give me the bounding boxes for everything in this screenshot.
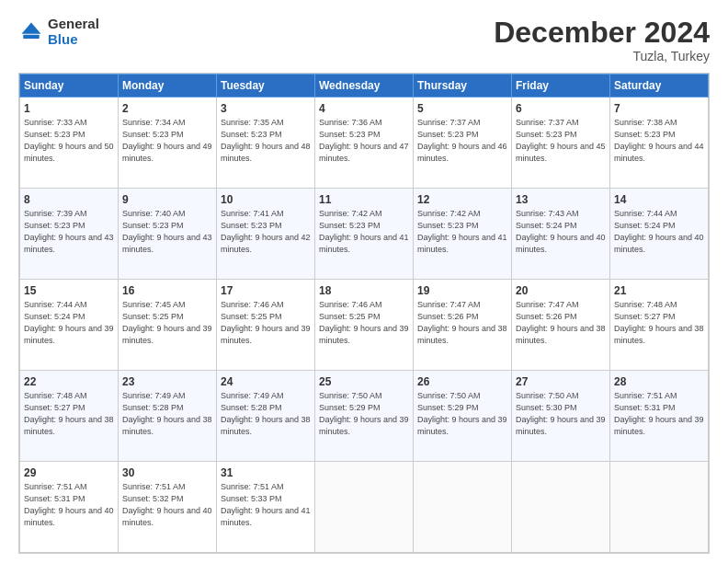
weekday-header-friday: Friday [512, 75, 610, 98]
day-number: 27 [516, 374, 606, 389]
calendar-cell: 6Sunrise: 7:37 AMSunset: 5:23 PMDaylight… [512, 98, 610, 189]
day-number: 26 [417, 374, 507, 389]
day-number: 23 [122, 374, 212, 389]
calendar-cell: 15Sunrise: 7:44 AMSunset: 5:24 PMDayligh… [20, 280, 119, 371]
day-number: 6 [516, 101, 606, 116]
calendar-cell: 7Sunrise: 7:38 AMSunset: 5:23 PMDaylight… [610, 98, 709, 189]
day-number: 1 [24, 101, 114, 116]
cell-info: Sunrise: 7:50 AMSunset: 5:29 PMDaylight:… [417, 391, 507, 435]
calendar-cell: 1Sunrise: 7:33 AMSunset: 5:23 PMDaylight… [20, 98, 119, 189]
calendar-cell: 8Sunrise: 7:39 AMSunset: 5:23 PMDaylight… [20, 189, 119, 280]
location-subtitle: Tuzla, Turkey [494, 49, 710, 63]
week-row-3: 15Sunrise: 7:44 AMSunset: 5:24 PMDayligh… [20, 280, 709, 371]
cell-info: Sunrise: 7:42 AMSunset: 5:23 PMDaylight:… [319, 209, 409, 253]
calendar-cell: 13Sunrise: 7:43 AMSunset: 5:24 PMDayligh… [512, 189, 610, 280]
day-number: 9 [122, 192, 212, 207]
svg-rect-1 [23, 34, 40, 38]
calendar-cell: 23Sunrise: 7:49 AMSunset: 5:28 PMDayligh… [119, 371, 217, 462]
calendar-cell: 4Sunrise: 7:36 AMSunset: 5:23 PMDaylight… [315, 98, 414, 189]
calendar-cell [512, 462, 610, 553]
cell-info: Sunrise: 7:37 AMSunset: 5:23 PMDaylight:… [417, 118, 507, 162]
day-number: 22 [24, 374, 114, 389]
cell-info: Sunrise: 7:42 AMSunset: 5:23 PMDaylight:… [417, 209, 507, 253]
cell-info: Sunrise: 7:51 AMSunset: 5:31 PMDaylight:… [614, 391, 704, 435]
calendar-cell: 25Sunrise: 7:50 AMSunset: 5:29 PMDayligh… [315, 371, 414, 462]
logo-text-blue: Blue [48, 32, 99, 48]
weekday-header-monday: Monday [119, 75, 217, 98]
cell-info: Sunrise: 7:45 AMSunset: 5:25 PMDaylight:… [122, 300, 212, 344]
cell-info: Sunrise: 7:51 AMSunset: 5:31 PMDaylight:… [24, 482, 114, 526]
calendar-cell: 17Sunrise: 7:46 AMSunset: 5:25 PMDayligh… [217, 280, 315, 371]
calendar-cell [315, 462, 414, 553]
weekday-header-thursday: Thursday [414, 75, 512, 98]
week-row-4: 22Sunrise: 7:48 AMSunset: 5:27 PMDayligh… [20, 371, 709, 462]
calendar-cell: 31Sunrise: 7:51 AMSunset: 5:33 PMDayligh… [217, 462, 315, 553]
calendar-cell: 2Sunrise: 7:34 AMSunset: 5:23 PMDaylight… [119, 98, 217, 189]
calendar-cell: 20Sunrise: 7:47 AMSunset: 5:26 PMDayligh… [512, 280, 610, 371]
cell-info: Sunrise: 7:49 AMSunset: 5:28 PMDaylight:… [221, 391, 311, 435]
cell-info: Sunrise: 7:47 AMSunset: 5:26 PMDaylight:… [417, 300, 507, 344]
day-number: 12 [417, 192, 507, 207]
day-number: 15 [24, 283, 114, 298]
calendar-cell: 16Sunrise: 7:45 AMSunset: 5:25 PMDayligh… [119, 280, 217, 371]
calendar-cell: 30Sunrise: 7:51 AMSunset: 5:32 PMDayligh… [119, 462, 217, 553]
calendar-cell: 21Sunrise: 7:48 AMSunset: 5:27 PMDayligh… [610, 280, 709, 371]
day-number: 13 [516, 192, 606, 207]
calendar-cell: 3Sunrise: 7:35 AMSunset: 5:23 PMDaylight… [217, 98, 315, 189]
weekday-header-sunday: Sunday [20, 75, 119, 98]
week-row-2: 8Sunrise: 7:39 AMSunset: 5:23 PMDaylight… [20, 189, 709, 280]
cell-info: Sunrise: 7:40 AMSunset: 5:23 PMDaylight:… [122, 209, 212, 253]
day-number: 7 [614, 101, 704, 116]
calendar-cell: 28Sunrise: 7:51 AMSunset: 5:31 PMDayligh… [610, 371, 709, 462]
calendar-cell [610, 462, 709, 553]
cell-info: Sunrise: 7:48 AMSunset: 5:27 PMDaylight:… [24, 391, 114, 435]
cell-info: Sunrise: 7:43 AMSunset: 5:24 PMDaylight:… [516, 209, 606, 253]
cell-info: Sunrise: 7:46 AMSunset: 5:25 PMDaylight:… [221, 300, 311, 344]
title-block: December 2024 Tuzla, Turkey [494, 17, 710, 63]
cell-info: Sunrise: 7:44 AMSunset: 5:24 PMDaylight:… [24, 300, 114, 344]
cell-info: Sunrise: 7:46 AMSunset: 5:25 PMDaylight:… [319, 300, 409, 344]
cell-info: Sunrise: 7:49 AMSunset: 5:28 PMDaylight:… [122, 391, 212, 435]
calendar-cell: 9Sunrise: 7:40 AMSunset: 5:23 PMDaylight… [119, 189, 217, 280]
logo: General Blue [18, 17, 99, 47]
cell-info: Sunrise: 7:51 AMSunset: 5:33 PMDaylight:… [221, 482, 311, 526]
calendar-cell: 12Sunrise: 7:42 AMSunset: 5:23 PMDayligh… [414, 189, 512, 280]
calendar-cell: 14Sunrise: 7:44 AMSunset: 5:24 PMDayligh… [610, 189, 709, 280]
calendar-cell: 29Sunrise: 7:51 AMSunset: 5:31 PMDayligh… [20, 462, 119, 553]
calendar-cell: 24Sunrise: 7:49 AMSunset: 5:28 PMDayligh… [217, 371, 315, 462]
day-number: 25 [319, 374, 409, 389]
calendar-cell: 18Sunrise: 7:46 AMSunset: 5:25 PMDayligh… [315, 280, 414, 371]
day-number: 28 [614, 374, 704, 389]
calendar: SundayMondayTuesdayWednesdayThursdayFrid… [18, 73, 710, 554]
day-number: 8 [24, 192, 114, 207]
week-row-1: 1Sunrise: 7:33 AMSunset: 5:23 PMDaylight… [20, 98, 709, 189]
page: General Blue December 2024 Tuzla, Turkey… [0, 0, 728, 563]
day-number: 24 [221, 374, 311, 389]
day-number: 30 [122, 465, 212, 480]
weekday-header-saturday: Saturday [610, 75, 709, 98]
day-number: 31 [221, 465, 311, 480]
calendar-cell: 10Sunrise: 7:41 AMSunset: 5:23 PMDayligh… [217, 189, 315, 280]
header: General Blue December 2024 Tuzla, Turkey [18, 17, 710, 63]
calendar-cell: 19Sunrise: 7:47 AMSunset: 5:26 PMDayligh… [414, 280, 512, 371]
day-number: 5 [417, 101, 507, 116]
day-number: 20 [516, 283, 606, 298]
cell-info: Sunrise: 7:41 AMSunset: 5:23 PMDaylight:… [221, 209, 311, 253]
cell-info: Sunrise: 7:47 AMSunset: 5:26 PMDaylight:… [516, 300, 606, 344]
day-number: 10 [221, 192, 311, 207]
calendar-cell: 26Sunrise: 7:50 AMSunset: 5:29 PMDayligh… [414, 371, 512, 462]
day-number: 11 [319, 192, 409, 207]
cell-info: Sunrise: 7:50 AMSunset: 5:30 PMDaylight:… [516, 391, 606, 435]
cell-info: Sunrise: 7:48 AMSunset: 5:27 PMDaylight:… [614, 300, 704, 344]
day-number: 21 [614, 283, 704, 298]
calendar-cell [414, 462, 512, 553]
day-number: 14 [614, 192, 704, 207]
cell-info: Sunrise: 7:38 AMSunset: 5:23 PMDaylight:… [614, 118, 704, 162]
day-number: 18 [319, 283, 409, 298]
day-number: 2 [122, 101, 212, 116]
cell-info: Sunrise: 7:50 AMSunset: 5:29 PMDaylight:… [319, 391, 409, 435]
svg-marker-0 [22, 22, 41, 33]
week-row-5: 29Sunrise: 7:51 AMSunset: 5:31 PMDayligh… [20, 462, 709, 553]
cell-info: Sunrise: 7:39 AMSunset: 5:23 PMDaylight:… [24, 209, 114, 253]
calendar-cell: 27Sunrise: 7:50 AMSunset: 5:30 PMDayligh… [512, 371, 610, 462]
